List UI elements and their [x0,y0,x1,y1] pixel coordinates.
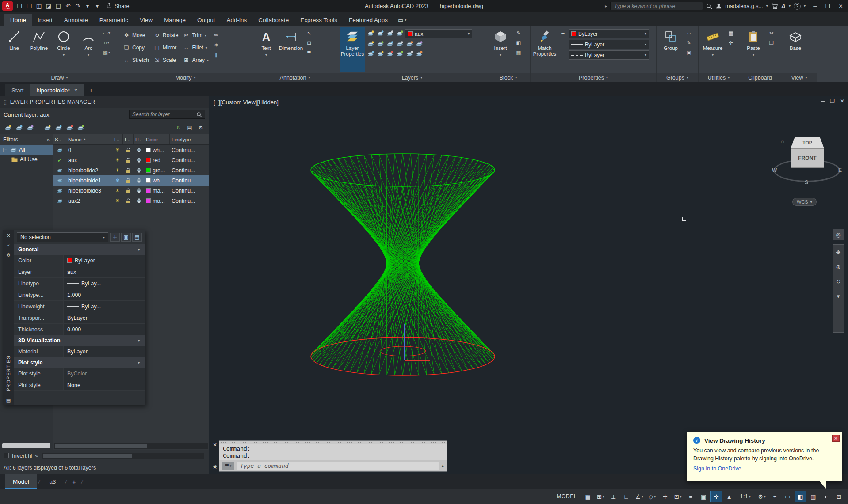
ribbon-tab-collaborate[interactable]: Collaborate [252,14,294,26]
annotation-more-icon[interactable]: ≣ [305,48,313,57]
stretch-button[interactable]: ↔Stretch [121,55,151,65]
layer-override-icon[interactable] [415,49,424,58]
paste-button[interactable]: Paste▾ [741,27,766,72]
filters-scrollbar[interactable] [2,443,50,448]
property-value[interactable]: 1.000 [64,289,145,300]
linetype-combo[interactable]: ByLayer▾ [569,50,649,60]
show-motion-icon[interactable]: ▾ [837,293,840,299]
layer-freeze-icon[interactable] [376,29,385,38]
selection-combo[interactable]: No selection▾ [17,232,108,242]
property-linetype[interactable]: LinetypeByLay... [14,278,145,289]
layer-states-icon[interactable] [26,124,34,132]
file-tab-start[interactable]: Start [5,84,30,96]
layer-plot-icon[interactable] [134,145,144,155]
layer-search-input[interactable]: Search for layer [129,110,205,119]
property-layer[interactable]: Layeraux [14,266,145,278]
column-header-l[interactable]: L.. [123,134,134,144]
layer-freeze-icon[interactable]: ❄ [112,175,123,186]
clipboard-panel-label[interactable]: Clipboard [739,73,781,82]
viewport-restore-button[interactable]: ❐ [830,98,835,104]
layer-freeze-icon[interactable]: ☀ [112,186,123,196]
layer-select-combo[interactable]: aux▾ [405,29,472,38]
redo-dropdown-icon[interactable]: ▾ [83,1,92,11]
layer-copy-to-icon[interactable] [395,49,404,58]
new-layer-icon[interactable] [43,124,52,132]
layer-unisolate-icon[interactable] [376,40,385,48]
measure-button[interactable]: Measure▾ [700,27,725,72]
layer-row-hiperboloide3[interactable]: hiperboloide3☀ma...Continu... [53,186,209,196]
array-button[interactable]: ⊞Array▾ [181,55,210,65]
property-value[interactable]: ByLay... [64,278,145,289]
command-drag-handle[interactable] [219,441,447,444]
rotate-button[interactable]: ↻Rotate [152,30,180,41]
drawing-area[interactable]: [−][Custom View][Hidden] ─❐✕ ⌂ TOP FRONT… [209,96,848,474]
filter-all[interactable]: −All [0,145,53,155]
id-point-icon[interactable]: ✛ [726,38,735,47]
help-dropdown-icon[interactable]: ▾ [804,4,806,8]
viewcube-top-face[interactable]: TOP [791,137,824,148]
table-icon[interactable]: ⊞ [305,38,313,47]
layer-color-cell[interactable]: ma... [144,196,170,206]
autocad-logo-icon[interactable]: A CAD [2,1,13,11]
layer-freeze-icon[interactable]: ☀ [112,145,123,155]
compass-west[interactable]: W [772,167,777,173]
user-avatar-icon[interactable] [715,3,722,9]
groups-panel-label[interactable]: Groups▾ [657,73,698,82]
palette-grip-icon[interactable]: ⣿ [4,100,7,105]
layer-color-cell[interactable]: wh... [144,175,170,186]
layer-row-0[interactable]: 0☀wh...Continu... [53,145,209,155]
quick-select-icon[interactable]: ▤ [132,233,142,242]
ribbon-tab-manage[interactable]: Manage [158,14,191,26]
column-header-f[interactable]: F.. [112,134,123,144]
layer-row-hiperboloide1[interactable]: hiperboloide1❄wh...Continu... [53,175,209,186]
layer-color-cell[interactable]: ma... [144,186,170,196]
column-header-linetype[interactable]: Linetype [170,134,205,144]
offset-icon[interactable]: ∥ [212,50,221,59]
layer-filter-properties-icon[interactable] [4,124,12,132]
viewport-minimize-button[interactable]: ─ [821,98,825,104]
property-value[interactable]: ByLayer [64,346,145,357]
layer-freeze-icon[interactable]: ☀ [112,165,123,175]
palette-bottom-icon[interactable]: ▤ [6,398,11,403]
close-command-icon[interactable]: ✕ [213,442,217,448]
layer-plot-icon[interactable] [134,196,144,206]
orbit-icon[interactable]: ↻ [836,278,841,285]
ribbon-options-icon[interactable]: ▭▾ [398,14,406,26]
viewport-close-button[interactable]: ✕ [840,98,844,104]
ribbon-tab-annotate[interactable]: Annotate [58,14,94,26]
viewcube-home-icon[interactable]: ⌂ [781,138,784,144]
delete-layer-icon[interactable] [65,124,74,132]
layer-on-icon[interactable] [395,29,404,38]
section-general[interactable]: General▼ [14,244,145,255]
ribbon-tab-view[interactable]: View [134,14,158,26]
property-material[interactable]: MaterialByLayer [14,346,145,357]
compass-east[interactable]: E [838,167,842,173]
mirror-button[interactable]: ◫Mirror [152,42,180,53]
layer-linetype-cell[interactable]: Continu... [170,186,205,196]
property-value[interactable]: aux [64,266,145,277]
layer-freeze-icon[interactable]: ☀ [112,155,123,165]
block-panel-label[interactable]: Block▾ [486,73,530,82]
close-tab-icon[interactable]: ✕ [74,88,77,93]
ribbon-tab-output[interactable]: Output [191,14,221,26]
command-history-toggle-icon[interactable]: ▴ [441,463,444,469]
property-color[interactable]: ColorByLayer [14,255,145,266]
annotation-visibility-icon[interactable]: ▲ [724,491,735,502]
layer-state-icon[interactable] [405,49,414,58]
new-layout-button[interactable]: + [69,478,80,485]
autohide-palette-icon[interactable]: « [4,242,12,249]
property-transpar[interactable]: Transpar...ByLayer [14,312,145,324]
ribbon-tab-parametric[interactable]: Parametric [94,14,134,26]
workspace-switching-icon[interactable]: ⚙▾ [756,491,768,502]
snap-mode-icon[interactable]: ⊞▾ [595,491,606,502]
layers-panel-label[interactable]: Layers▾ [338,73,486,82]
layer-freeze-all-icon[interactable] [386,40,394,48]
layer-lock-icon[interactable] [386,29,394,38]
new-tab-button[interactable]: + [84,84,98,96]
column-header-p[interactable]: P.. [134,134,144,144]
layer-plot-icon[interactable] [134,175,144,186]
property-value[interactable]: ByLayer [64,312,145,323]
arc-button[interactable]: Arc▾ [76,27,101,72]
palette-menu-icon[interactable]: ⚙ [4,251,12,258]
redo-icon[interactable]: ↷ [73,1,82,11]
